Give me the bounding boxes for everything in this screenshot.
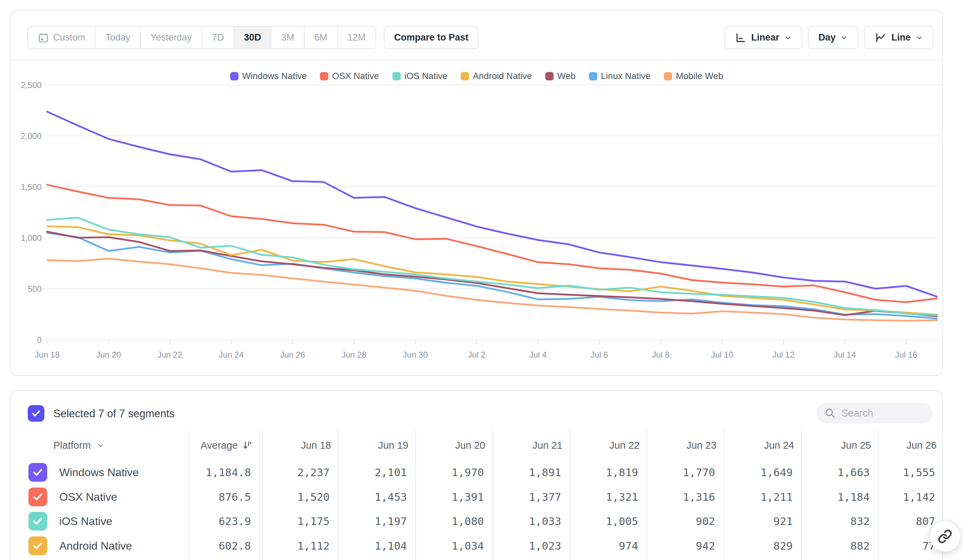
x-axis-tick-label: Jun 30: [403, 350, 428, 359]
average-cell: 602.8: [219, 539, 251, 552]
search-input[interactable]: [841, 407, 918, 419]
value-cell: 1,211: [760, 491, 793, 503]
column-header-jun-21: Jun 21: [493, 437, 563, 453]
x-axis-tick-label: Jul 8: [652, 350, 670, 359]
value-cell: 1,175: [297, 515, 330, 528]
value-cell: 1,034: [452, 539, 484, 552]
table-row-osx-native: OSX Native876.51,5201,4531,3911,3771,321…: [11, 485, 942, 509]
value-cell: 1,104: [375, 539, 407, 552]
column-header-jun-19: Jun 19: [339, 437, 409, 453]
value-cell: 1,649: [760, 466, 793, 479]
average-cell: 623.9: [219, 515, 251, 528]
platform-label: OSX Native: [59, 490, 117, 503]
x-axis-tick-label: Jun 24: [219, 350, 244, 359]
value-cell: 1,970: [452, 466, 484, 479]
value-cell: 832: [850, 515, 870, 528]
x-axis-tick-label: Jul 6: [591, 350, 608, 359]
column-header-jun-18: Jun 18: [262, 437, 331, 453]
y-axis-tick-label: 1,000: [21, 233, 42, 243]
chevron-down-icon: [96, 442, 104, 450]
chart-card: Custom Today Yesterday 7D 30D 3M 6M 12M …: [10, 10, 943, 375]
value-cell: 1,023: [529, 539, 561, 552]
x-axis-tick-label: Jul 2: [468, 350, 486, 359]
value-cell: 974: [619, 539, 638, 552]
x-axis-tick-label: Jun 18: [35, 350, 60, 359]
value-cell: 2,237: [297, 466, 330, 479]
check-icon: [31, 408, 41, 419]
column-header-jun-23: Jun 23: [647, 437, 717, 453]
search-icon: [824, 407, 836, 419]
x-axis-tick-label: Jun 26: [280, 350, 305, 359]
value-cell: 1,819: [606, 466, 638, 479]
value-cell: 882: [850, 539, 870, 552]
y-axis-tick-label: 2,500: [21, 80, 42, 90]
column-header-jun-26: Jun 26: [867, 437, 937, 453]
link-icon: [938, 529, 952, 544]
x-axis-tick-label: Jul 14: [834, 350, 856, 359]
share-link-button[interactable]: [930, 521, 960, 552]
platform-label: Windows Native: [59, 466, 139, 479]
series-line-linux-native: [47, 233, 937, 319]
table-row-android-native: Android Native602.81,1121,1041,0341,0239…: [11, 534, 942, 558]
row-checkbox[interactable]: [28, 512, 47, 531]
value-cell: 1,520: [297, 491, 330, 503]
x-axis-tick-label: Jun 28: [342, 350, 366, 359]
average-cell: 876.5: [219, 491, 251, 503]
value-cell: 1,891: [529, 466, 561, 479]
value-cell: 1,080: [452, 515, 484, 528]
average-cell: 1,184.8: [206, 466, 251, 479]
row-checkbox[interactable]: [28, 487, 47, 506]
value-cell: 942: [696, 539, 715, 552]
value-cell: 921: [773, 515, 793, 528]
selected-summary: Selected 7 of 7 segments: [54, 408, 175, 420]
value-cell: 1,663: [838, 466, 870, 479]
line-chart[interactable]: 05001,0001,5002,0002,500Jun 18Jun 20Jun …: [11, 11, 944, 376]
value-cell: 1,391: [452, 491, 484, 503]
value-cell: 807: [916, 515, 935, 528]
series-line-windows-native: [47, 112, 937, 297]
y-axis-tick-label: 500: [28, 284, 42, 293]
value-cell: 1,770: [683, 466, 715, 479]
check-icon: [32, 540, 43, 551]
table-row-ios-native: iOS Native623.91,1751,1971,0801,0331,005…: [11, 509, 942, 533]
column-header-jun-22: Jun 22: [570, 437, 640, 453]
x-axis-tick-label: Jun 20: [96, 350, 121, 359]
y-axis-tick-label: 0: [37, 335, 42, 345]
platform-label: iOS Native: [59, 515, 112, 528]
x-axis-tick-label: Jul 12: [772, 350, 794, 359]
x-axis-tick-label: Jul 4: [529, 350, 547, 359]
platform-column-header[interactable]: Platform: [54, 437, 104, 453]
average-column-header[interactable]: Average: [164, 437, 252, 453]
value-cell: 1,005: [606, 515, 638, 528]
value-cell: 1,112: [297, 539, 330, 552]
value-cell: 902: [696, 515, 715, 528]
insights-dashboard: Custom Today Yesterday 7D 30D 3M 6M 12M …: [0, 0, 963, 560]
series-line-osx-native: [47, 185, 937, 302]
x-axis-tick-label: Jul 16: [895, 350, 917, 359]
select-all-checkbox[interactable]: [28, 405, 44, 422]
y-axis-tick-label: 1,500: [21, 182, 42, 192]
y-axis-tick-label: 2,000: [21, 131, 42, 141]
value-cell: 1,453: [375, 491, 407, 503]
value-cell: 1,377: [529, 491, 561, 503]
check-icon: [32, 491, 43, 502]
row-checkbox[interactable]: [28, 536, 47, 555]
value-cell: 1,142: [903, 491, 935, 503]
check-icon: [32, 515, 43, 527]
platform-label: Android Native: [59, 539, 132, 552]
x-axis-tick-label: Jun 22: [157, 350, 182, 359]
segments-table-card: Selected 7 of 7 segments Platform Averag…: [10, 390, 943, 560]
value-cell: 1,316: [683, 491, 715, 503]
value-cell: 1,184: [838, 491, 870, 503]
table-row-windows-native: Windows Native1,184.82,2372,1011,9701,89…: [11, 460, 942, 484]
x-axis-tick-label: Jul 10: [711, 350, 733, 359]
value-cell: 1,197: [375, 515, 407, 528]
row-checkbox[interactable]: [28, 463, 47, 482]
value-cell: 2,101: [375, 466, 407, 479]
value-cell: 1,555: [903, 466, 935, 479]
search-box: [816, 403, 932, 424]
check-icon: [32, 466, 43, 478]
sort-descending-icon: [242, 440, 252, 450]
value-cell: 1,321: [606, 491, 638, 503]
column-header-jun-20: Jun 20: [416, 437, 485, 453]
